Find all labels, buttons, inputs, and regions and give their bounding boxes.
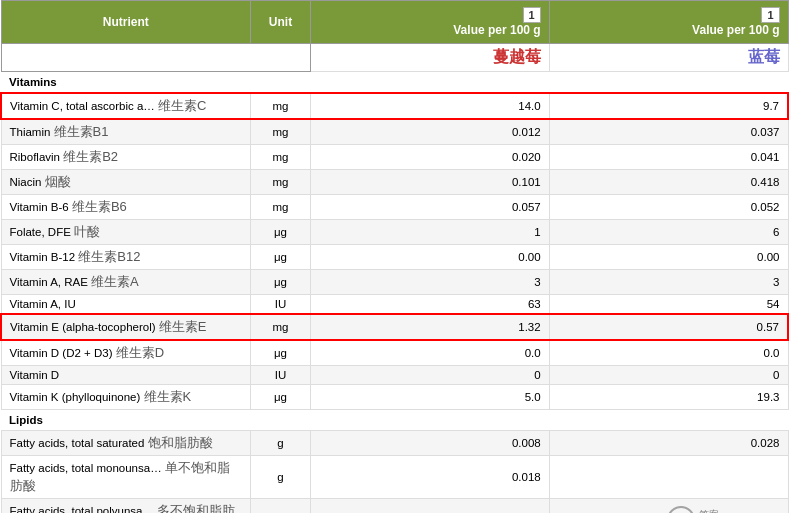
nutrient-cell: Folate, DFE 叶酸 (1, 220, 251, 245)
unit-cell: μg (251, 245, 311, 270)
value2-cell: 0.418 (549, 170, 788, 195)
unit-cell: μg (251, 270, 311, 295)
table-row: Vitamin B-6 维生素B6mg0.0570.052 (1, 195, 788, 220)
value1-cell: 0.018 (310, 456, 549, 499)
food1-name: 蔓越莓 (310, 44, 549, 72)
watermark-icon: ⊙ (667, 506, 695, 513)
value2-cell: 0.00 (549, 245, 788, 270)
food1-number-box: 1 (523, 7, 541, 23)
value1-cell: 3 (310, 270, 549, 295)
table-row: Vitamin E (alpha-tocopherol) 维生素Emg1.320… (1, 314, 788, 340)
table-row: Vitamin DIU00 (1, 366, 788, 385)
table-row: Vitamin K (phylloquinone) 维生素Kμg5.019.3 (1, 385, 788, 410)
nutrient-cell: Vitamin C, total ascorbic a… 维生素C (1, 93, 251, 119)
value1-cell: 63 (310, 295, 549, 315)
food2-value-label: Value per 100 g (692, 23, 779, 37)
value1-cell: 0.008 (310, 431, 549, 456)
unit-cell: mg (251, 314, 311, 340)
nutrient-cell: Fatty acids, total polyunsa… 多不饱和脂肪酸 (1, 499, 251, 514)
table-row: Fatty acids, total monounsa… 单不饱和脂肪酸g0.0… (1, 456, 788, 499)
table-row: Vitamin C, total ascorbic a… 维生素Cmg14.09… (1, 93, 788, 119)
value2-cell: 0 (549, 366, 788, 385)
unit-cell: g (251, 456, 311, 499)
unit-cell: μg (251, 220, 311, 245)
nutrient-cell: Fatty acids, total monounsa… 单不饱和脂肪酸 (1, 456, 251, 499)
table-row: Thiamin 维生素B1mg0.0120.037 (1, 119, 788, 145)
food2-number-box: 1 (761, 7, 779, 23)
unit-cell: IU (251, 366, 311, 385)
nutrient-cell: Vitamin D (1, 366, 251, 385)
nutrient-cell: Thiamin 维生素B1 (1, 119, 251, 145)
value1-cell: 0.0 (310, 340, 549, 366)
table-row: Vitamin D (D2 + D3) 维生素Dμg0.00.0 (1, 340, 788, 366)
value1-cell: 0.057 (310, 195, 549, 220)
nutrient-cell: Riboflavin 维生素B2 (1, 145, 251, 170)
table-row: Vitamin A, IUIU6354 (1, 295, 788, 315)
nutrient-header: Nutrient (1, 1, 251, 44)
nutrient-cell: Vitamin A, RAE 维生素A (1, 270, 251, 295)
food1-value-label: Value per 100 g (453, 23, 540, 37)
value1-cell: 0.012 (310, 119, 549, 145)
value1-cell: 1 (310, 220, 549, 245)
table-row: Vitamin A, RAE 维生素Aμg33 (1, 270, 788, 295)
food2-header: 1 Value per 100 g (549, 1, 788, 44)
food2-name: 蓝莓 (549, 44, 788, 72)
nutrient-cell: Fatty acids, total saturated 饱和脂肪酸 (1, 431, 251, 456)
value2-cell (549, 456, 788, 499)
value2-cell: 0.037 (549, 119, 788, 145)
nutrient-cell: Niacin 烟酸 (1, 170, 251, 195)
unit-cell: mg (251, 119, 311, 145)
unit-cell: μg (251, 385, 311, 410)
nutrient-cell: Vitamin B-6 维生素B6 (1, 195, 251, 220)
value2-cell: 3 (549, 270, 788, 295)
value2-cell: 0.052 (549, 195, 788, 220)
value1-cell: 0 (310, 366, 549, 385)
value2-cell: 0.041 (549, 145, 788, 170)
table-row: Folate, DFE 叶酸μg16 (1, 220, 788, 245)
table-row: Fatty acids, total saturated 饱和脂肪酸g0.008… (1, 431, 788, 456)
unit-cell: μg (251, 340, 311, 366)
nutrient-cell: Vitamin E (alpha-tocopherol) 维生素E (1, 314, 251, 340)
value2-cell: 0.0 (549, 340, 788, 366)
unit-cell: mg (251, 93, 311, 119)
value1-cell: 14.0 (310, 93, 549, 119)
table-row: Riboflavin 维生素B2mg0.0200.041 (1, 145, 788, 170)
watermark-text: 答案 www.mudaan.com (699, 508, 781, 514)
unit-cell: mg (251, 170, 311, 195)
value2-cell: 6 (549, 220, 788, 245)
unit-cell: IU (251, 295, 311, 315)
unit-cell: g (251, 431, 311, 456)
value2-cell: 19.3 (549, 385, 788, 410)
nutrient-cell: Vitamin D (D2 + D3) 维生素D (1, 340, 251, 366)
unit-cell: mg (251, 145, 311, 170)
unit-cell: mg (251, 195, 311, 220)
table-row: Vitamin B-12 维生素B12μg0.000.00 (1, 245, 788, 270)
value2-cell: 0.028 (549, 431, 788, 456)
value1-cell: 0.00 (310, 245, 549, 270)
nutrient-cell: Vitamin K (phylloquinone) 维生素K (1, 385, 251, 410)
section-header-0: Vitamins (1, 72, 788, 94)
value1-cell: 5.0 (310, 385, 549, 410)
value2-cell: 0.57 (549, 314, 788, 340)
nutrient-cell: Vitamin B-12 维生素B12 (1, 245, 251, 270)
food-name-row: 蔓越莓 蓝莓 (1, 44, 788, 72)
section-header-1: Lipids (1, 410, 788, 431)
value1-cell: 0.101 (310, 170, 549, 195)
value2-cell: 54 (549, 295, 788, 315)
value1-cell: 0.020 (310, 145, 549, 170)
value1-cell: 0.055 (310, 499, 549, 514)
watermark: ⊙ 答案 www.mudaan.com (667, 506, 781, 513)
nutrient-cell: Vitamin A, IU (1, 295, 251, 315)
food1-header: 1 Value per 100 g (310, 1, 549, 44)
value1-cell: 1.32 (310, 314, 549, 340)
table-row: Niacin 烟酸mg0.1010.418 (1, 170, 788, 195)
value2-cell: 9.7 (549, 93, 788, 119)
unit-cell: g (251, 499, 311, 514)
unit-header: Unit (251, 1, 311, 44)
